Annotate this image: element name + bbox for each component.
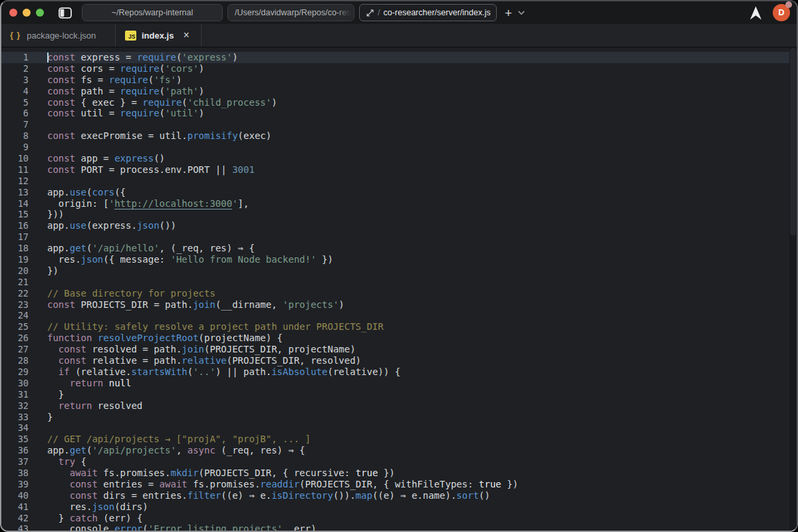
window-tab-index-js-active[interactable]: /co-researcher/server/index.js — [359, 4, 497, 21]
code-line[interactable]: 32 return resolved — [1, 400, 797, 412]
code-line[interactable]: 29 if (relative.startsWith('..') || path… — [1, 366, 797, 378]
code-line[interactable]: 38 await fs.promises.mkdir(PROJECTS_DIR,… — [1, 467, 797, 479]
code-line[interactable]: 37 try { — [1, 456, 797, 467]
code-line[interactable]: 11const PORT = process.env.PORT || 3001 — [1, 164, 797, 176]
code-line[interactable]: 28 const relative = path.relative(PROJEC… — [1, 355, 797, 366]
window-tab-co-researcher-dir[interactable]: /Users/davidwarp/Repos/co-rese — [227, 4, 354, 21]
code-text: app.get('/api/projects', async (_req, re… — [47, 445, 305, 456]
line-number: 23 — [1, 299, 29, 311]
code-line[interactable]: 2const cors = require('cors') — [1, 63, 797, 74]
code-text: origin: ['http://localhost:3000'], — [47, 198, 249, 209]
code-line[interactable]: 39 const entries = await fs.promises.rea… — [1, 479, 797, 490]
code-line[interactable]: 5const { exec } = require('child_process… — [1, 97, 797, 108]
code-line[interactable]: 13app.use(cors({ — [1, 187, 797, 198]
code-text: const PROJECTS_DIR = path.join(__dirname… — [47, 299, 344, 311]
editor-tab-index-js[interactable]: JS index.js × — [116, 24, 201, 47]
code-line[interactable]: 6const util = require('util') — [1, 108, 797, 119]
close-window-button[interactable] — [9, 9, 17, 17]
close-tab-icon[interactable]: × — [183, 31, 189, 40]
code-line[interactable]: 1const express = require('express') — [1, 52, 797, 63]
line-number: 6 — [1, 108, 29, 119]
code-line[interactable]: 18app.get('/api/hello', (_req, res) ⇒ { — [1, 243, 797, 254]
code-line[interactable]: 12 — [1, 176, 797, 187]
code-line[interactable]: 21 — [1, 277, 797, 288]
line-number: 14 — [1, 198, 29, 209]
line-number: 21 — [1, 277, 29, 288]
line-number: 35 — [1, 434, 29, 445]
code-line[interactable]: 15})) — [1, 209, 797, 220]
code-line[interactable]: 19 res.json({ message: 'Hello from Node … — [1, 254, 797, 265]
code-line[interactable]: 35// GET /api/projects → ["projA", "proj… — [1, 434, 797, 445]
code-text: res.json({ message: 'Hello from Node bac… — [47, 254, 333, 265]
code-line[interactable]: 10const app = express() — [1, 153, 797, 164]
code-line[interactable]: 23const PROJECTS_DIR = path.join(__dirna… — [1, 299, 797, 311]
code-text: const cors = require('cors') — [47, 63, 204, 74]
line-number: 29 — [1, 366, 29, 378]
window-tab-warp-internal[interactable]: ~/Repos/warp-internal — [82, 4, 223, 21]
line-number: 12 — [1, 176, 29, 187]
code-text: const app = express() — [47, 153, 165, 164]
line-number: 3 — [1, 74, 29, 86]
code-line[interactable]: 14 origin: ['http://localhost:3000'], — [1, 198, 797, 209]
window-tab-path-prefix: / — [378, 8, 380, 17]
code-line[interactable]: 27 const resolved = path.join(PROJECTS_D… — [1, 344, 797, 355]
code-text: const entries = await fs.promises.readdi… — [47, 479, 518, 490]
title-bar: ~/Repos/warp-internal /Users/davidwarp/R… — [1, 1, 797, 24]
code-line[interactable]: 16app.use(express.json()) — [1, 220, 797, 231]
code-line[interactable]: 30 return null — [1, 378, 797, 389]
line-number: 26 — [1, 332, 29, 344]
line-number: 5 — [1, 97, 29, 108]
code-line[interactable]: 34 — [1, 422, 797, 434]
code-text: const { exec } = require('child_process'… — [47, 97, 277, 108]
code-line[interactable]: 4const path = require('path') — [1, 86, 797, 97]
code-line[interactable]: 9 — [1, 142, 797, 153]
code-line[interactable]: 26function resolveProjectRoot(projectNam… — [1, 332, 797, 344]
code-line[interactable]: 42 } catch (err) { — [1, 513, 797, 524]
code-line[interactable]: 3const fs = require('fs') — [1, 74, 797, 86]
code-line[interactable]: 40 const dirs = entries.filter((e) ⇒ e.i… — [1, 490, 797, 501]
code-text: } — [47, 412, 53, 423]
line-number: 16 — [1, 220, 29, 231]
code-text: try { — [47, 456, 86, 467]
scrollbar-thumb[interactable] — [790, 48, 796, 235]
code-text: } catch (err) { — [47, 513, 142, 524]
line-number: 17 — [1, 231, 29, 243]
code-line[interactable]: 8const execPromise = util.promisify(exec… — [1, 130, 797, 142]
code-line[interactable]: 20}) — [1, 265, 797, 277]
user-avatar[interactable]: D — [773, 4, 790, 21]
code-line[interactable]: 25// Utility: safely resolve a project p… — [1, 321, 797, 332]
code-line[interactable]: 17 — [1, 231, 797, 243]
line-number: 43 — [1, 523, 29, 532]
window-tabs: ~/Repos/warp-internal /Users/davidwarp/R… — [82, 4, 497, 21]
code-text: const fs = require('fs') — [47, 74, 182, 86]
zoom-window-button[interactable] — [36, 9, 44, 17]
code-line[interactable]: 41 res.json(dirs) — [1, 501, 797, 513]
code-line[interactable]: 33} — [1, 412, 797, 423]
chevron-down-icon[interactable] — [518, 11, 525, 15]
editor-tab-package-lock-json[interactable]: { } package-lock.json — [1, 24, 116, 47]
warp-logo-icon[interactable] — [749, 5, 763, 21]
line-number: 36 — [1, 445, 29, 456]
new-tab-button[interactable]: + — [505, 7, 512, 19]
json-braces-icon: { } — [10, 31, 21, 40]
line-number: 25 — [1, 321, 29, 332]
code-text: const dirs = entries.filter((e) ⇒ e.isDi… — [47, 490, 490, 501]
code-text: app.use(cors({ — [47, 187, 126, 198]
code-editor[interactable]: 1const express = require('express')2cons… — [1, 48, 797, 532]
code-text: const PORT = process.env.PORT || 3001 — [47, 164, 255, 176]
line-number: 10 — [1, 153, 29, 164]
sidebar-toggle-icon[interactable] — [59, 7, 72, 19]
code-line[interactable]: 31 } — [1, 389, 797, 400]
code-line[interactable]: 22// Base directory for projects — [1, 288, 797, 299]
scrollbar-track[interactable] — [789, 48, 797, 532]
code-line[interactable]: 36app.get('/api/projects', async (_req, … — [1, 445, 797, 456]
minimize-window-button[interactable] — [23, 9, 31, 17]
line-number: 20 — [1, 265, 29, 277]
code-line[interactable]: 43 console.error('Error listing projects… — [1, 523, 797, 532]
code-line[interactable]: 24 — [1, 310, 797, 321]
code-text: app.get('/api/hello', (_req, res) ⇒ { — [47, 243, 255, 254]
editor-tab-label: package-lock.json — [27, 31, 96, 41]
code-line[interactable]: 7 — [1, 119, 797, 130]
code-text: res.json(dirs) — [47, 501, 148, 513]
line-number: 41 — [1, 501, 29, 513]
